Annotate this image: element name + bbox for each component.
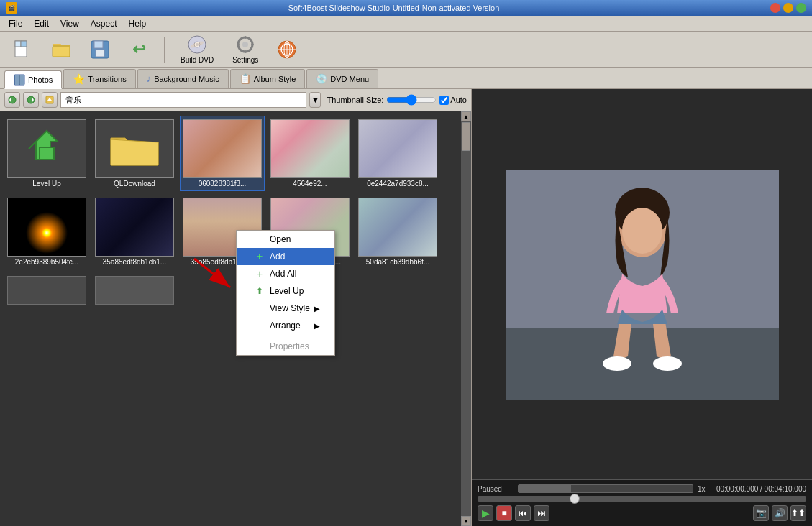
main-area: ▼ Thumbnail Size: Auto Level Up xyxy=(0,89,812,526)
svg-rect-1 xyxy=(15,41,21,47)
progress-bar[interactable] xyxy=(518,484,693,493)
svg-rect-17 xyxy=(237,44,240,45)
ctx-arrange[interactable]: Arrange ▶ xyxy=(237,317,334,334)
ctx-properties-icon xyxy=(254,341,265,352)
file-item-levelup[interactable]: Level Up xyxy=(4,116,89,191)
path-dropdown-button[interactable]: ▼ xyxy=(309,92,321,108)
context-menu: Open + Add + Add All ⬆ Level Up View Sty… xyxy=(236,230,335,356)
ctx-properties: Properties xyxy=(237,338,334,355)
file-item-photo10[interactable] xyxy=(92,272,177,308)
transitions-tab-icon: ⭐ xyxy=(73,73,85,85)
thumbnail-size-slider[interactable] xyxy=(386,94,437,106)
speed-label: 1x xyxy=(698,485,712,493)
svg-rect-8 xyxy=(96,50,104,57)
prev-button[interactable]: ⏮ xyxy=(515,505,531,521)
nav-up-button[interactable] xyxy=(42,92,58,108)
toolbar-sep-1 xyxy=(164,37,165,63)
ctx-properties-label: Properties xyxy=(270,341,309,351)
tab-photos[interactable]: Photos xyxy=(4,70,62,89)
nav-forward-button[interactable] xyxy=(23,92,39,108)
thumbnail-size-label: Thumbnail Size: xyxy=(327,96,383,104)
close-button[interactable] xyxy=(770,3,780,13)
svg-rect-5 xyxy=(53,45,70,47)
levelup-name: Level Up xyxy=(32,180,60,188)
nav-back-button[interactable] xyxy=(4,92,20,108)
file-item-photo4[interactable]: 2e2eb9389b504fc... xyxy=(4,194,89,269)
build-dvd-label: Build DVD xyxy=(181,56,214,64)
photo1-thumb xyxy=(183,119,262,178)
path-input[interactable] xyxy=(60,92,306,108)
save-button[interactable] xyxy=(83,36,117,63)
auto-checkbox[interactable] xyxy=(439,96,449,105)
ctx-add-all-label: Add All xyxy=(270,269,296,279)
menu-aspect[interactable]: Aspect xyxy=(85,17,123,30)
svg-point-42 xyxy=(603,356,631,371)
ctx-view-style-label: View Style xyxy=(270,303,310,313)
home-button[interactable] xyxy=(270,36,304,63)
new-icon xyxy=(12,40,32,60)
file-browser-panel: ▼ Thumbnail Size: Auto Level Up xyxy=(0,89,472,526)
settings-label: Settings xyxy=(232,56,258,64)
menu-view[interactable]: View xyxy=(55,17,85,30)
menu-file[interactable]: File xyxy=(3,17,28,30)
scroll-down-button[interactable]: ▼ xyxy=(461,516,471,526)
file-item-photo9[interactable] xyxy=(4,272,89,308)
file-item-photo3[interactable]: 0e2442a7d933c8... xyxy=(355,116,440,191)
ctx-level-up-icon: ⬆ xyxy=(254,285,265,297)
ctx-view-style-icon xyxy=(254,303,265,314)
menu-edit[interactable]: Edit xyxy=(28,17,55,30)
levelup-thumb xyxy=(7,119,86,178)
build-dvd-button[interactable]: Build DVD xyxy=(174,31,220,68)
fullscreen-button[interactable]: ⬆⬆ xyxy=(790,505,806,521)
scroll-track[interactable] xyxy=(461,121,471,516)
timeline-bar[interactable] xyxy=(478,496,806,502)
ctx-level-up[interactable]: ⬆ Level Up xyxy=(237,282,334,300)
scroll-thumb[interactable] xyxy=(462,122,470,151)
tab-bar: Photos ⭐ Transitions ♪ Background Music … xyxy=(0,68,812,89)
file-item-photo2[interactable]: 4564e92... xyxy=(268,116,352,191)
file-item-photo5[interactable]: 35a85edf8db1cb1... xyxy=(92,194,177,269)
ctx-open[interactable]: Open xyxy=(237,231,334,248)
album-style-tab-icon: 📋 xyxy=(240,73,251,84)
tab-dvd-menu-label: DVD Menu xyxy=(330,75,369,83)
ctx-arrange-label: Arrange xyxy=(270,320,301,331)
photo3-name: 0e2442a7d933c8... xyxy=(367,180,429,188)
menu-help[interactable]: Help xyxy=(123,17,152,30)
stop-button[interactable]: ■ xyxy=(496,505,512,521)
tab-transitions[interactable]: ⭐ Transitions xyxy=(63,69,135,88)
open-button[interactable] xyxy=(45,36,78,63)
maximize-button[interactable] xyxy=(796,3,806,13)
ctx-view-style[interactable]: View Style ▶ xyxy=(237,300,334,317)
tab-dvd-menu[interactable]: 💿 DVD Menu xyxy=(306,69,378,88)
settings-button[interactable]: Settings xyxy=(226,31,265,68)
play-button[interactable]: ▶ xyxy=(478,505,493,521)
file-grid-scrollbar[interactable]: ▲ ▼ xyxy=(461,111,471,526)
photo4-name: 2e2eb9389b504fc... xyxy=(15,258,78,266)
minimize-button[interactable] xyxy=(783,3,793,13)
file-item-photo1[interactable]: 060828381f3... xyxy=(180,116,265,191)
scroll-up-button[interactable]: ▲ xyxy=(461,111,471,121)
svg-point-41 xyxy=(622,208,662,254)
file-grid[interactable]: Level Up QLDownload 060828381f3... xyxy=(0,111,471,526)
svg-rect-26 xyxy=(15,75,19,80)
ctx-add-all[interactable]: + Add All xyxy=(237,265,334,282)
next-button[interactable]: ⏭ xyxy=(534,505,549,521)
file-item-qld[interactable]: QLDownload xyxy=(92,116,177,191)
tab-background-music-label: Background Music xyxy=(154,75,219,83)
tab-album-style-label: Album Style xyxy=(254,75,296,83)
paused-status: Paused xyxy=(478,485,514,493)
photo5-thumb xyxy=(95,198,174,257)
file-item-photo8[interactable]: 50da81cb39dbb6f... xyxy=(355,194,440,269)
open-icon xyxy=(51,40,71,60)
tab-album-style[interactable]: 📋 Album Style xyxy=(230,69,306,88)
screenshot-button[interactable]: 📷 xyxy=(753,505,769,521)
new-button[interactable] xyxy=(6,36,39,63)
refresh-button[interactable]: ↩ xyxy=(122,36,155,63)
volume-button[interactable]: 🔊 xyxy=(772,505,788,521)
timeline-handle[interactable] xyxy=(570,494,580,504)
tab-background-music[interactable]: ♪ Background Music xyxy=(137,69,229,88)
svg-rect-7 xyxy=(94,41,103,48)
svg-rect-15 xyxy=(245,36,246,39)
ctx-add[interactable]: + Add xyxy=(237,248,334,265)
photo2-name: 4564e92... xyxy=(293,180,327,188)
